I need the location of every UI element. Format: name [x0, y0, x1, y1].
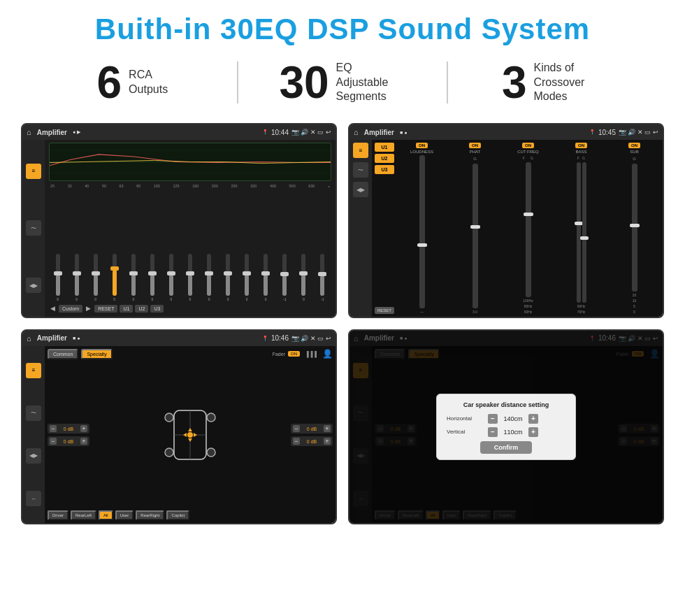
sub-on[interactable]: ON	[628, 143, 640, 148]
rr-minus[interactable]: −	[293, 438, 300, 445]
eq-slider-12[interactable]: -1	[276, 254, 294, 301]
tab-common[interactable]: Common	[48, 349, 78, 359]
stat-crossover-number: 3	[502, 60, 527, 105]
eq-buttons-row: ◀ Custom ▶ RESET U1 U2 U3	[49, 303, 331, 314]
screen-crossover: ⌂ Amplifier ■ ● 📍 10:45 📷 🔊 ✕ ▭ ↩ ≡ 〜 ◀▶…	[348, 123, 664, 318]
fr-minus[interactable]: −	[293, 425, 300, 432]
confirm-button[interactable]: Confirm	[480, 441, 533, 454]
eq-u1-btn[interactable]: U1	[120, 305, 133, 313]
fader-sidebar-vol[interactable]: ◀▶	[26, 448, 41, 464]
left-vol-col: − 0 dB + − 0 dB +	[48, 362, 89, 508]
btn-user[interactable]: User	[115, 510, 134, 520]
fl-minus[interactable]: −	[50, 425, 57, 432]
xover-sidebar-vol[interactable]: ◀▶	[353, 182, 368, 197]
distance-dialog: Car speaker distance setting Horizontal …	[436, 394, 576, 460]
eq-slider-1[interactable]: 0	[68, 254, 85, 301]
eq-slider-11[interactable]: 0	[257, 254, 275, 301]
svg-point-10	[187, 432, 193, 438]
rl-plus[interactable]: +	[80, 438, 87, 445]
bass-slider-f[interactable]	[577, 162, 581, 303]
btn-copilot[interactable]: Copilot	[166, 510, 189, 520]
eq-slider-6[interactable]: 0	[162, 254, 180, 301]
stat-divider-1	[237, 62, 238, 103]
sidebar-vol[interactable]: ◀▶	[26, 278, 41, 293]
xover-u1-btn[interactable]: U1	[375, 143, 394, 152]
eq-reset-btn[interactable]: RESET	[94, 305, 117, 313]
fader-on-toggle[interactable]: ON	[288, 351, 300, 357]
phat-slider[interactable]	[473, 164, 478, 308]
fader-sidebar-eq[interactable]: ≡	[26, 363, 41, 378]
eq-slider-2[interactable]: 0	[87, 254, 104, 301]
svg-point-4	[207, 413, 215, 422]
btn-all[interactable]: All	[99, 510, 113, 520]
eq-u3-btn[interactable]: U3	[150, 305, 164, 313]
rr-val: 0 dB	[301, 439, 322, 444]
fader-sidebar-speaker[interactable]: ↔	[26, 491, 41, 506]
xover-sidebar-eq[interactable]: ≡	[353, 143, 368, 158]
vol-row-fr: − 0 dB +	[291, 424, 333, 434]
vertical-plus-btn[interactable]: +	[528, 427, 538, 437]
vertical-minus-btn[interactable]: −	[488, 427, 498, 437]
cutfreq-on[interactable]: ON	[522, 143, 534, 148]
freq-labels: 25 32 40 50 63 80 100 125 160 200 250 32…	[49, 184, 331, 188]
stat-eq: 30 EQ Adjustable Segments	[252, 60, 433, 105]
sub-slider[interactable]	[632, 164, 637, 292]
btn-driver[interactable]: Driver	[48, 510, 68, 520]
eq-sliders: 0 0 0 5	[49, 190, 331, 303]
eq-slider-4[interactable]: 0	[124, 254, 142, 301]
cutfreq-slider[interactable]	[526, 162, 531, 297]
xover-sidebar-wave[interactable]: 〜	[353, 162, 368, 178]
eq-u2-btn[interactable]: U2	[135, 305, 148, 313]
screen2-time: 10:45	[598, 129, 616, 136]
xover-u3-btn[interactable]: U3	[375, 165, 394, 174]
eq-slider-10[interactable]: 0	[238, 254, 256, 301]
btn-rearright[interactable]: RearRight	[136, 510, 164, 520]
xover-u-buttons: U1 U2 U3 RESET	[375, 143, 394, 314]
fr-plus[interactable]: +	[324, 425, 331, 432]
bass-on[interactable]: ON	[575, 143, 587, 148]
speaker-area: − 0 dB + − 0 dB +	[48, 362, 333, 508]
home-icon-3: ⌂	[27, 334, 31, 343]
loudness-slider[interactable]	[419, 155, 425, 308]
fader-sidebar-wave[interactable]: 〜	[26, 406, 41, 421]
horizontal-minus-btn[interactable]: −	[488, 414, 498, 424]
bass-slider-g[interactable]	[582, 162, 586, 303]
eq-slider-7[interactable]: 0	[181, 254, 199, 301]
eq-custom-btn[interactable]: Custom	[59, 305, 82, 313]
sidebar-wave[interactable]: 〜	[26, 220, 41, 236]
svg-point-5	[165, 448, 173, 457]
eq-slider-3[interactable]: 5	[106, 254, 123, 301]
eq-slider-0[interactable]: 0	[49, 254, 66, 301]
xover-left-sidebar: ≡ 〜 ◀▶	[349, 140, 372, 317]
phat-on[interactable]: ON	[469, 143, 481, 148]
home-icon-2: ⌂	[354, 128, 359, 136]
screens-grid: ⌂ Amplifier ● ▶ 📍 10:44 📷 🔊 ✕ ▭ ↩ ≡ 〜 ◀▶	[0, 117, 685, 538]
rr-plus[interactable]: +	[324, 438, 331, 445]
sub-label: SUB	[630, 150, 638, 154]
xover-reset-btn[interactable]: RESET	[375, 307, 394, 314]
fader-label: Fader	[273, 352, 285, 357]
dialog-horizontal-row: Horizontal − 140cm +	[447, 414, 565, 424]
vol-row-rr: − 0 dB +	[291, 436, 333, 446]
horizontal-value: 140cm	[500, 415, 526, 422]
eq-left-sidebar: ≡ 〜 ◀▶	[22, 140, 45, 317]
eq-slider-13[interactable]: 0	[295, 254, 312, 301]
eq-next-btn[interactable]: ▶	[85, 305, 92, 312]
eq-slider-8[interactable]: 0	[201, 254, 218, 301]
eq-slider-9[interactable]: 0	[219, 254, 237, 301]
rl-minus[interactable]: −	[50, 438, 57, 445]
horizontal-plus-btn[interactable]: +	[528, 414, 538, 424]
eq-prev-btn[interactable]: ◀	[49, 305, 57, 312]
channel-phat: ON PHAT G 3.0	[449, 143, 500, 314]
xover-u2-btn[interactable]: U2	[375, 154, 394, 163]
eq-slider-14[interactable]: -1	[314, 254, 331, 301]
btn-rearleft[interactable]: RearLeft	[71, 510, 96, 520]
sidebar-eq-active[interactable]: ≡	[26, 164, 41, 179]
fader-left-sidebar: ≡ 〜 ◀▶ ↔	[22, 346, 45, 523]
fader-user-icon: 👤	[322, 349, 333, 359]
fader-bottom-buttons: Driver RearLeft All User RearRight Copil…	[48, 510, 333, 520]
loudness-on[interactable]: ON	[416, 143, 428, 148]
fl-plus[interactable]: +	[80, 425, 87, 432]
eq-slider-5[interactable]: 0	[143, 254, 161, 301]
tab-specialty[interactable]: Specialty	[81, 349, 112, 359]
